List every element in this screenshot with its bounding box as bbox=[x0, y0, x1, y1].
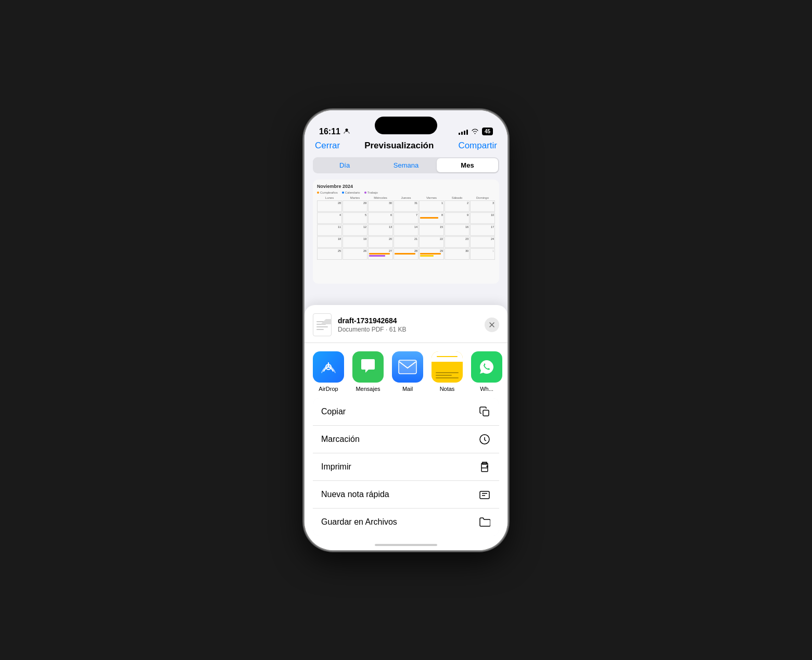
share-sheet: draft-1731942684 Documento PDF · 61 KB bbox=[304, 305, 508, 550]
nav-share-button[interactable]: Compartir bbox=[458, 141, 497, 151]
file-meta: Documento PDF · 61 KB bbox=[338, 326, 485, 333]
copy-icon bbox=[478, 405, 491, 418]
segment-control: Día Semana Mes bbox=[313, 157, 499, 173]
apps-row: AirDrop Mensajes bbox=[304, 343, 508, 396]
print-icon bbox=[478, 461, 491, 473]
home-indicator bbox=[375, 544, 437, 546]
nav-title: Previsualización bbox=[364, 141, 434, 151]
status-icons: 45 bbox=[459, 127, 493, 136]
segment-day[interactable]: Día bbox=[314, 158, 375, 172]
svg-rect-4 bbox=[483, 410, 489, 416]
action-save-files[interactable]: Guardar en Archivos bbox=[313, 509, 499, 536]
calendar-legend: Cumpleaños Calendario Trabajo bbox=[317, 191, 495, 194]
messages-label: Mensajes bbox=[356, 386, 380, 392]
whatsapp-label: Wh... bbox=[480, 386, 493, 392]
app-messages[interactable]: Mensajes bbox=[352, 351, 384, 392]
airdrop-label: AirDrop bbox=[319, 386, 338, 392]
battery-level: 45 bbox=[485, 129, 490, 134]
segment-week[interactable]: Semana bbox=[375, 158, 437, 172]
svg-point-8 bbox=[487, 466, 488, 467]
action-markup[interactable]: Marcación bbox=[313, 426, 499, 453]
action-quick-note[interactable]: Nueva nota rápida bbox=[313, 481, 499, 509]
segment-month[interactable]: Mes bbox=[437, 158, 498, 172]
file-name: draft-1731942684 bbox=[338, 316, 485, 325]
svg-point-0 bbox=[345, 129, 348, 131]
notes-icon bbox=[432, 351, 463, 383]
app-airdrop[interactable]: AirDrop bbox=[313, 351, 344, 392]
app-whatsapp[interactable]: Wh... bbox=[471, 351, 502, 392]
person-icon bbox=[344, 128, 350, 135]
whatsapp-icon bbox=[471, 351, 502, 383]
mail-label: Mail bbox=[402, 386, 413, 392]
battery-indicator: 45 bbox=[482, 128, 493, 135]
share-close-button[interactable] bbox=[485, 318, 499, 332]
action-list: Copiar Marcación bbox=[313, 398, 499, 536]
svg-rect-9 bbox=[480, 491, 489, 499]
nav-close-button[interactable]: Cerrar bbox=[315, 141, 340, 151]
app-mail[interactable]: Mail bbox=[392, 351, 423, 392]
calendar-preview: Noviembre 2024 Cumpleaños Calendario Tra… bbox=[313, 180, 499, 284]
folder-icon bbox=[478, 516, 491, 528]
quick-note-icon bbox=[478, 488, 491, 501]
calendar-month-header: Noviembre 2024 bbox=[317, 184, 495, 189]
phone-frame: 16:11 bbox=[304, 110, 508, 550]
action-print[interactable]: Imprimir bbox=[313, 453, 499, 481]
calendar-grid: 28 29 30 31 1 2 3 4 5 6 7 8 9 10 11 bbox=[317, 200, 495, 260]
time-display: 16:11 bbox=[319, 127, 340, 136]
screen: 16:11 bbox=[304, 110, 508, 550]
calendar-day-names: Lunes Martes Miércoles Jueves Viernes Sá… bbox=[317, 196, 495, 199]
markup-icon bbox=[478, 433, 491, 446]
file-icon bbox=[313, 313, 332, 336]
dynamic-island bbox=[375, 117, 437, 134]
app-notes[interactable]: Notas bbox=[432, 351, 463, 392]
signal-icon bbox=[459, 129, 468, 135]
file-info: draft-1731942684 Documento PDF · 61 KB bbox=[338, 316, 485, 333]
airdrop-icon bbox=[313, 351, 344, 383]
action-copy[interactable]: Copiar bbox=[313, 398, 499, 426]
notes-label: Notas bbox=[440, 386, 455, 392]
status-time: 16:11 bbox=[319, 127, 350, 136]
svg-rect-2 bbox=[399, 360, 416, 374]
svg-rect-6 bbox=[481, 468, 488, 472]
mail-icon bbox=[392, 351, 423, 383]
wifi-icon bbox=[471, 127, 479, 136]
messages-icon bbox=[352, 351, 384, 383]
share-header: draft-1731942684 Documento PDF · 61 KB bbox=[304, 305, 508, 343]
